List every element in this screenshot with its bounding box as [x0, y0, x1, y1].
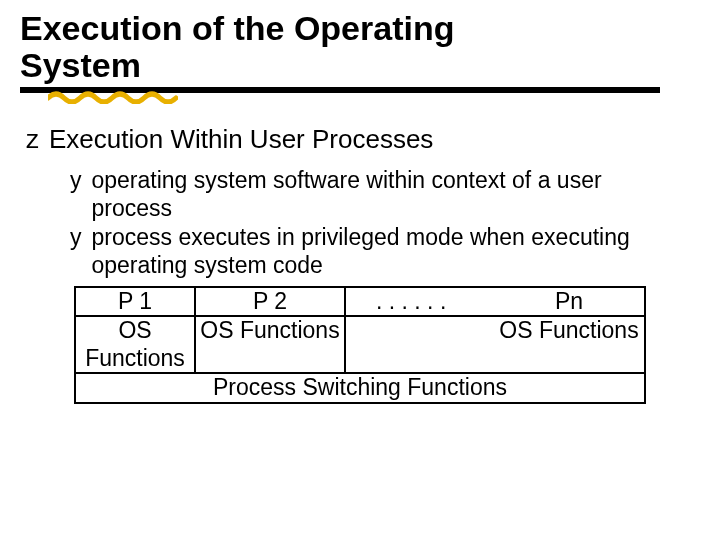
wave-icon	[48, 90, 178, 104]
list-item: y process executes in privileged mode wh…	[70, 224, 700, 279]
cell-dots: . . . . . .	[346, 288, 494, 316]
cell-empty	[346, 317, 494, 372]
list-item: y operating system software within conte…	[70, 167, 700, 222]
lvl2-text: operating system software within context…	[92, 167, 652, 222]
bullet-y-icon: y	[70, 224, 82, 252]
lvl2-list: y operating system software within conte…	[26, 167, 700, 279]
list-item: z Execution Within User Processes	[26, 123, 700, 156]
bullet-z-icon: z	[26, 123, 39, 156]
cell-switching: Process Switching Functions	[213, 374, 507, 400]
bullet-y-icon: y	[70, 167, 82, 195]
title-line-1: Execution of the Operating	[20, 9, 454, 47]
lvl2-text: process executes in privileged mode when…	[92, 224, 652, 279]
cell-p2: P 2	[196, 288, 346, 316]
table-row: P 1 P 2 . . . . . . Pn	[76, 288, 644, 318]
title-underline	[20, 87, 660, 101]
cell-os1: OS Functions	[76, 317, 196, 372]
cell-osn: OS Functions	[494, 317, 644, 372]
table-row: Process Switching Functions	[76, 374, 644, 402]
lvl1-text: Execution Within User Processes	[49, 123, 433, 156]
slide: Execution of the Operating System z Exec…	[0, 0, 720, 540]
cell-os2: OS Functions	[196, 317, 346, 372]
process-diagram: P 1 P 2 . . . . . . Pn OS Functions OS F…	[74, 286, 646, 404]
cell-p1: P 1	[76, 288, 196, 316]
slide-title: Execution of the Operating System	[20, 10, 700, 85]
table-row: OS Functions OS Functions OS Functions	[76, 317, 644, 374]
bullet-list: z Execution Within User Processes y oper…	[20, 123, 700, 280]
title-line-2: System	[20, 46, 141, 84]
cell-pn: Pn	[494, 288, 644, 316]
